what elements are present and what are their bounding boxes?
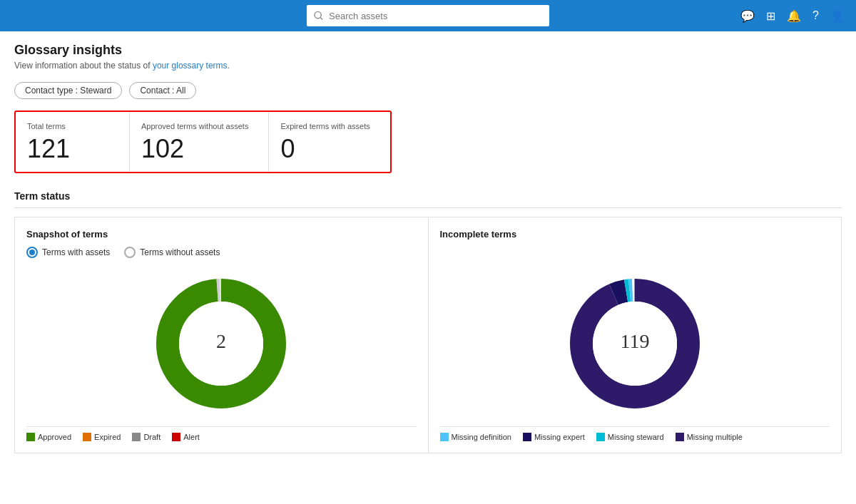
legend-alert: Alert (172, 433, 200, 441)
snapshot-title: Snapshot of terms (26, 229, 417, 240)
legend-label-missing-multiple: Missing multiple (687, 433, 743, 441)
snapshot-donut-container: 2 (26, 272, 417, 415)
legend-label-approved: Approved (38, 433, 71, 441)
legend-color-expired (83, 433, 91, 441)
legend-color-alert (172, 433, 180, 441)
snapshot-donut-value: 2 (216, 330, 226, 352)
legend-color-approved (26, 433, 35, 441)
top-navigation: 💬 ⊞ 🔔 ? 👤 (0, 0, 856, 31)
stat-card-total-terms: Total terms 121 (16, 112, 130, 172)
incomplete-donut-container: 119 (440, 272, 830, 415)
radio-label-without-assets: Terms without assets (140, 247, 220, 257)
snapshot-legend: Approved Expired Draft Alert (26, 426, 417, 441)
legend-color-missing-expert (523, 433, 531, 441)
legend-color-missing-definition (440, 433, 449, 441)
search-icon (314, 11, 323, 21)
legend-label-alert: Alert (183, 433, 200, 441)
legend-label-missing-expert: Missing expert (534, 433, 585, 441)
radio-group-snapshot: Terms with assets Terms without assets (26, 247, 417, 258)
page-title: Glossary insights (14, 43, 842, 58)
radio-terms-without-assets[interactable]: Terms without assets (124, 247, 220, 258)
glossary-terms-link[interactable]: your glossary terms (153, 61, 228, 71)
legend-approved: Approved (26, 433, 71, 441)
legend-missing-definition: Missing definition (440, 433, 511, 441)
help-icon[interactable]: ? (812, 9, 819, 22)
svg-line-1 (320, 18, 322, 20)
incomplete-panel: Incomplete terms (428, 217, 842, 453)
legend-label-missing-steward: Missing steward (608, 433, 664, 441)
term-status-section: Term status Snapshot of terms Terms with… (14, 190, 842, 453)
bell-icon[interactable]: 🔔 (787, 9, 801, 23)
stat-value-approved-no-assets: 102 (141, 136, 248, 162)
radio-terms-with-assets[interactable]: Terms with assets (26, 247, 110, 258)
legend-color-missing-steward (596, 433, 605, 441)
stat-label-total-terms: Total terms (27, 122, 109, 130)
snapshot-donut-chart: 2 (150, 272, 292, 415)
main-content: Glossary insights View information about… (0, 31, 856, 504)
stat-label-expired-with-assets: Expired terms with assets (280, 122, 370, 130)
stat-value-total-terms: 121 (27, 136, 109, 162)
section-title-term-status: Term status (14, 190, 842, 208)
incomplete-donut-value: 119 (620, 330, 649, 352)
search-bar[interactable] (307, 5, 549, 26)
incomplete-title: Incomplete terms (440, 229, 830, 240)
radio-circle-with-assets (26, 247, 38, 258)
radio-inner-with-assets (29, 250, 35, 255)
legend-label-expired: Expired (94, 433, 121, 441)
grid-icon[interactable]: ⊞ (766, 9, 775, 23)
stat-card-approved-no-assets: Approved terms without assets 102 (130, 112, 269, 172)
search-input[interactable] (329, 11, 542, 21)
user-icon[interactable]: 👤 (830, 9, 845, 23)
back-icon[interactable]: 💬 (740, 9, 755, 23)
stat-label-approved-no-assets: Approved terms without assets (141, 122, 248, 130)
stat-value-expired-with-assets: 0 (280, 136, 370, 162)
nav-icon-group: 💬 ⊞ 🔔 ? 👤 (740, 9, 845, 23)
incomplete-legend: Missing definition Missing expert Missin… (440, 426, 830, 441)
legend-missing-expert: Missing expert (523, 433, 585, 441)
charts-row: Snapshot of terms Terms with assets Term… (14, 217, 842, 453)
contact-type-filter[interactable]: Contact type : Steward (14, 82, 122, 99)
legend-expired: Expired (83, 433, 121, 441)
page-subtitle: View information about the status of you… (14, 61, 842, 71)
legend-label-missing-definition: Missing definition (452, 433, 511, 441)
contact-filter[interactable]: Contact : All (129, 82, 196, 99)
legend-color-missing-multiple (676, 433, 684, 441)
legend-missing-steward: Missing steward (596, 433, 664, 441)
svg-point-0 (315, 11, 321, 18)
legend-missing-multiple: Missing multiple (676, 433, 743, 441)
legend-draft: Draft (132, 433, 160, 441)
snapshot-panel: Snapshot of terms Terms with assets Term… (14, 217, 428, 453)
incomplete-donut-chart: 119 (564, 272, 706, 415)
radio-circle-without-assets (124, 247, 136, 258)
stat-card-expired-with-assets: Expired terms with assets 0 (269, 112, 389, 172)
legend-color-draft (132, 433, 141, 441)
stat-cards-container: Total terms 121 Approved terms without a… (14, 110, 392, 173)
radio-label-with-assets: Terms with assets (42, 247, 110, 257)
legend-label-draft: Draft (143, 433, 160, 441)
filter-bar: Contact type : Steward Contact : All (14, 82, 842, 99)
